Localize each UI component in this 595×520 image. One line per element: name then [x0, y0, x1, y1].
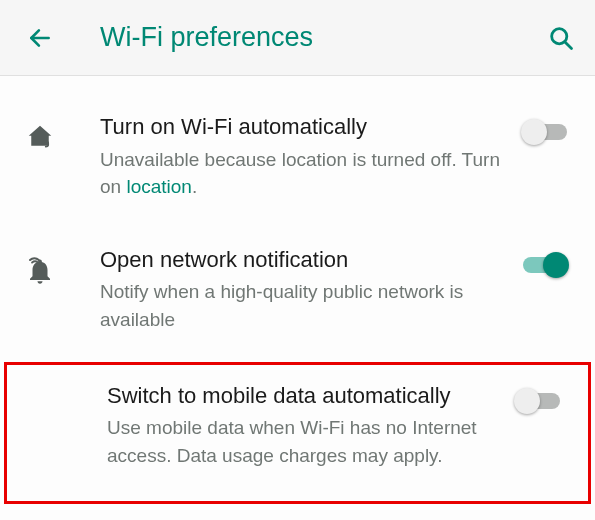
back-arrow-icon — [27, 25, 53, 51]
toggle-container — [523, 124, 573, 140]
bell-wifi-icon — [22, 255, 58, 285]
auto-wifi-switch[interactable] — [523, 124, 567, 140]
row-subtitle: Unavailable because location is turned o… — [100, 146, 505, 201]
highlight-box: Switch to mobile data automatically Use … — [4, 362, 591, 505]
home-refresh-icon — [22, 122, 58, 152]
app-bar: Wi-Fi preferences — [0, 0, 595, 76]
row-body: Open network notification Notify when a … — [100, 245, 523, 334]
row-title: Turn on Wi-Fi automatically — [100, 112, 505, 142]
toggle-container — [523, 257, 573, 273]
back-button[interactable] — [26, 24, 54, 52]
open-network-switch[interactable] — [523, 257, 567, 273]
settings-list: Turn on Wi-Fi automatically Unavailable … — [0, 76, 595, 504]
row-subtitle: Use mobile data when Wi-Fi has no Intern… — [107, 414, 498, 469]
row-open-network[interactable]: Open network notification Notify when a … — [0, 223, 595, 356]
row-body: Switch to mobile data automatically Use … — [107, 381, 516, 470]
row-title: Switch to mobile data automatically — [107, 381, 498, 411]
switch-mobile-switch[interactable] — [516, 393, 560, 409]
row-title: Open network notification — [100, 245, 505, 275]
svg-line-2 — [565, 41, 572, 48]
row-body: Turn on Wi-Fi automatically Unavailable … — [100, 112, 523, 201]
row-auto-wifi[interactable]: Turn on Wi-Fi automatically Unavailable … — [0, 90, 595, 223]
search-icon — [547, 24, 575, 52]
row-subtitle: Notify when a high-quality public networ… — [100, 278, 505, 333]
location-link[interactable]: location — [126, 176, 192, 197]
search-button[interactable] — [547, 24, 575, 52]
row-switch-mobile[interactable]: Switch to mobile data automatically Use … — [7, 367, 588, 492]
toggle-container — [516, 393, 566, 409]
page-title: Wi-Fi preferences — [100, 22, 547, 53]
subtitle-text-end: . — [192, 176, 197, 197]
